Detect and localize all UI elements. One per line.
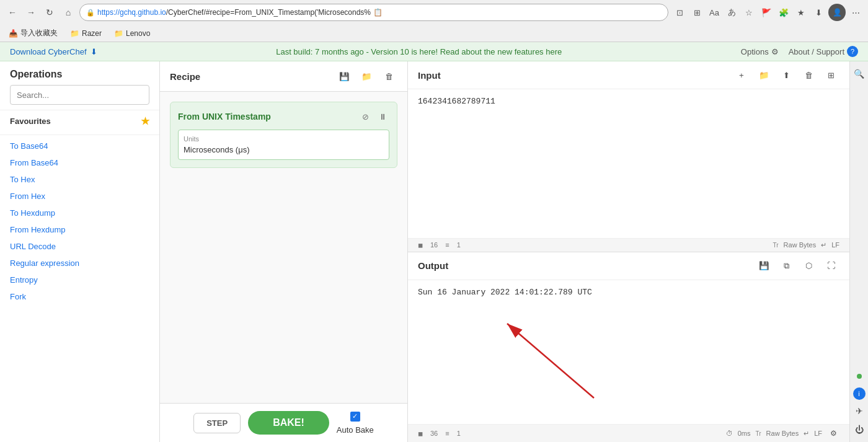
downloads-icon[interactable]: ⬇ [811,5,826,20]
regex-label: Regular expression [10,259,79,268]
output-save-button[interactable]: 💾 [755,257,773,275]
sidebar: Operations Favourites ★ To Base64 From B… [0,61,160,442]
favourites-star-icon: ★ [141,115,149,127]
reading-view-icon[interactable]: ⊡ [672,5,687,20]
input-rec-icon: ◼ [418,242,423,249]
right-power-button[interactable]: ⏻ [852,422,867,437]
sidebar-item-fork[interactable]: Fork [0,288,159,305]
input-toolbar: + 📁 ⬆ 🗑 ⊞ [733,66,839,84]
output-footer: ◼ 36 ≡ 1 ⏱ 0ms Tr Raw Bytes ↵ LF ⚙ [408,424,849,442]
sidebar-item-from-hex[interactable]: From Hex [0,188,159,205]
import-icon: 📥 [9,29,18,38]
svg-line-1 [507,324,594,398]
bookmarks-bar: 📥 导入收藏夹 📁 Razer 📁 Lenovo [0,25,868,42]
sidebar-item-to-hex[interactable]: To Hex [0,171,159,188]
recipe-save-button[interactable]: 💾 [335,68,353,85]
tab-groups-icon[interactable]: ⊞ [689,5,704,20]
sidebar-operations-list: Favourites ★ To Base64 From Base64 To He… [0,110,159,442]
right-status-green-button[interactable] [852,369,867,384]
address-bar[interactable]: 🔒 https://gchq.github.io /CyberChef/#rec… [79,4,668,21]
units-label: Units [184,135,384,143]
output-replace-button[interactable]: ⬡ [800,257,817,275]
right-plane-button[interactable]: ✈ [852,404,867,418]
download-icon: ⬇ [91,47,97,56]
bake-button[interactable]: BAKE! [248,411,329,435]
read-aloud-icon[interactable]: あ [724,5,739,20]
op-disable-button[interactable]: ⊘ [358,110,372,123]
input-footer-left: ◼ 16 ≡ 1 [418,241,461,249]
input-open-file-button[interactable]: 📁 [755,66,773,84]
bookmark-lenovo[interactable]: 📁 Lenovo [110,28,154,39]
notification-actions: Options ⚙ About / Support ? [741,46,858,57]
input-add-button[interactable]: + [733,66,750,84]
input-clear-button[interactable]: 🗑 [800,66,817,84]
output-value: Sun 16 January 2022 14:01:22.789 UTC [418,288,592,297]
download-label: Download CyberChef [10,47,87,56]
favourites-divider [0,135,159,135]
favorites-menu-icon[interactable]: ★ [794,5,808,20]
auto-bake-checkbox[interactable]: ✓ [350,412,360,422]
output-footer-right: ⏱ 0ms Tr Raw Bytes ↵ LF ⚙ [726,427,839,440]
input-panel-header: Input + 📁 ⬆ 🗑 ⊞ [408,61,849,89]
forward-button[interactable]: → [24,5,38,20]
recipe-header: Recipe 💾 📁 🗑 [160,61,407,92]
sidebar-item-regex[interactable]: Regular expression [0,255,159,272]
input-tabs-button[interactable]: ⊞ [822,66,839,84]
sidebar-header: Operations [0,61,159,110]
op-pause-button[interactable]: ⏸ [376,110,389,123]
input-format-label: Raw Bytes [784,241,817,249]
to-hex-label: To Hex [10,175,35,184]
browser-flag-icon[interactable]: 🚩 [759,5,774,20]
about-support-button[interactable]: About / Support ? [789,46,858,57]
notification-message: Last build: 7 months ago - Version 10 is… [276,47,562,56]
units-value[interactable]: Microseconds (μs) [184,145,384,154]
bookmark-razer[interactable]: 📁 Razer [66,28,105,39]
sidebar-item-to-hexdump[interactable]: To Hexdump [0,205,159,221]
input-content[interactable]: 1642341682789711 [408,89,849,238]
auto-bake-label: Auto Bake [337,425,374,435]
input-open-folder-button[interactable]: ⬆ [777,66,795,84]
from-base64-label: From Base64 [10,158,58,167]
step-button[interactable]: STEP [193,413,241,433]
sidebar-item-url-decode[interactable]: URL Decode [0,238,159,255]
output-settings-button[interactable]: ⚙ [827,427,839,440]
recipe-op-header: From UNIX Timestamp ⊘ ⏸ [178,110,389,123]
favourites-label: Favourites [10,117,51,126]
home-button[interactable]: ⌂ [61,5,76,20]
sidebar-item-to-base64[interactable]: To Base64 [0,138,159,154]
extensions-icon[interactable]: 🧩 [776,5,791,20]
recipe-title: Recipe [170,71,200,82]
immersive-reader-icon[interactable]: Aa [707,5,722,20]
right-info-button[interactable]: i [853,387,866,400]
bookmark-razer-label: Razer [82,29,102,38]
recipe-load-button[interactable]: 📁 [358,68,375,85]
input-lines-count: 1 [457,241,461,249]
output-title: Output [418,260,448,271]
menu-icon[interactable]: ⋯ [848,5,863,20]
back-button[interactable]: ← [5,5,20,20]
options-button[interactable]: Options ⚙ [741,46,779,57]
output-line-ending-icon: ↵ [804,430,809,438]
recipe-clear-button[interactable]: 🗑 [380,68,397,85]
profile-icon[interactable]: 👤 [828,4,846,21]
output-copy-button[interactable]: ⧉ [777,257,795,275]
notification-bar: Download CyberChef ⬇ Last build: 7 month… [0,42,868,61]
input-footer: ◼ 16 ≡ 1 Tr Raw Bytes ↵ LF [408,238,849,252]
search-input[interactable] [10,85,149,105]
right-sidebar: 🔍 i ✈ ⏻ [849,61,868,442]
status-dot [857,374,862,379]
download-cyberchef-btn[interactable]: Download CyberChef ⬇ [10,47,97,56]
razer-folder-icon: 📁 [70,29,79,38]
sidebar-item-from-hexdump[interactable]: From Hexdump [0,221,159,238]
refresh-button[interactable]: ↻ [42,5,57,20]
sidebar-item-entropy[interactable]: Entropy [0,272,159,288]
output-time-icon: ⏱ [726,430,733,437]
favorites-icon[interactable]: ☆ [742,5,756,20]
sidebar-item-from-base64[interactable]: From Base64 [0,154,159,171]
output-expand-button[interactable]: ⛶ [822,257,839,275]
to-hexdump-label: To Hexdump [10,208,55,218]
right-search-button[interactable]: 🔍 [852,66,867,81]
input-panel: Input + 📁 ⬆ 🗑 ⊞ 1642341682789711 ◼ 16 ≡ … [408,61,849,252]
url-decode-label: URL Decode [10,242,56,251]
bookmark-import[interactable]: 📥 导入收藏夹 [5,27,61,40]
